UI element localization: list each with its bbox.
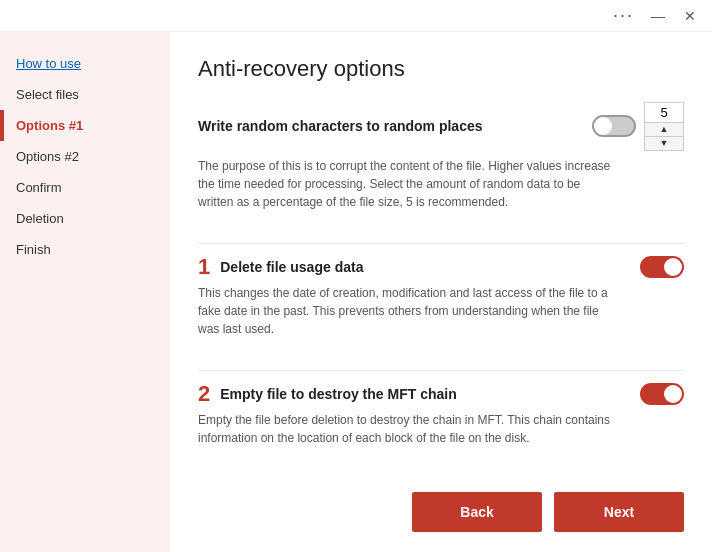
toggle-write-random-track: [592, 115, 636, 137]
minimize-button[interactable]: —: [644, 2, 672, 30]
toggle-delete-usage-thumb: [664, 258, 682, 276]
option-empty-file-number: 2: [198, 383, 210, 405]
divider-2: [198, 370, 684, 371]
titlebar-controls: ··· — ✕: [607, 2, 704, 30]
close-button[interactable]: ✕: [676, 2, 704, 30]
spinner-controls: ▲ ▼: [645, 123, 683, 150]
sidebar-item-select-files[interactable]: Select files: [0, 79, 170, 110]
spinner-up-button[interactable]: ▲: [645, 123, 683, 137]
option-write-random-title: Write random characters to random places: [198, 118, 483, 134]
toggle-delete-usage[interactable]: [640, 256, 684, 278]
sidebar-item-label: Confirm: [16, 180, 62, 195]
toggle-empty-file-track: [640, 383, 684, 405]
option-empty-file-desc: Empty the file before deletion to destro…: [198, 411, 618, 447]
sidebar-item-deletion[interactable]: Deletion: [0, 203, 170, 234]
divider-1: [198, 243, 684, 244]
page-title: Anti-recovery options: [198, 56, 684, 82]
toggle-delete-usage-track: [640, 256, 684, 278]
back-button[interactable]: Back: [412, 492, 542, 532]
toggle-write-random[interactable]: [592, 115, 636, 137]
spinner-down-button[interactable]: ▼: [645, 137, 683, 150]
sidebar-item-label: Deletion: [16, 211, 64, 226]
sidebar-item-options-1[interactable]: Options #1: [0, 110, 170, 141]
sidebar-item-finish[interactable]: Finish: [0, 234, 170, 265]
spinner-write-random: 5 ▲ ▼: [644, 102, 684, 151]
toggle-write-random-container: 5 ▲ ▼: [592, 102, 684, 151]
option-delete-usage: 1 Delete file usage data This changes th…: [198, 256, 684, 338]
more-options-icon[interactable]: ···: [607, 5, 640, 26]
option-empty-file-header: 2 Empty file to destroy the MFT chain: [198, 383, 684, 405]
content-area: Anti-recovery options Write random chara…: [170, 32, 712, 552]
option-empty-file-title: Empty file to destroy the MFT chain: [220, 386, 456, 402]
option-empty-file: 2 Empty file to destroy the MFT chain Em…: [198, 383, 684, 447]
option-write-random-header: Write random characters to random places…: [198, 102, 684, 151]
sidebar-item-how-to-use[interactable]: How to use: [0, 48, 170, 79]
option-delete-usage-header: 1 Delete file usage data: [198, 256, 684, 278]
option-write-random-desc: The purpose of this is to corrupt the co…: [198, 157, 618, 211]
main-layout: How to use Select files Options #1 Optio…: [0, 32, 712, 552]
titlebar: ··· — ✕: [0, 0, 712, 32]
sidebar-item-label: Options #2: [16, 149, 79, 164]
sidebar-item-label: Select files: [16, 87, 79, 102]
next-button[interactable]: Next: [554, 492, 684, 532]
option-write-random: Write random characters to random places…: [198, 102, 684, 211]
footer: Back Next: [198, 480, 684, 536]
sidebar-item-confirm[interactable]: Confirm: [0, 172, 170, 203]
sidebar: How to use Select files Options #1 Optio…: [0, 32, 170, 552]
option-empty-file-title-group: 2 Empty file to destroy the MFT chain: [198, 383, 457, 405]
toggle-empty-file-thumb: [664, 385, 682, 403]
option-delete-usage-title-group: 1 Delete file usage data: [198, 256, 363, 278]
spinner-value: 5: [645, 103, 683, 123]
sidebar-item-label: Finish: [16, 242, 51, 257]
how-to-use-link[interactable]: How to use: [16, 56, 81, 71]
sidebar-item-label: Options #1: [16, 118, 83, 133]
toggle-empty-file[interactable]: [640, 383, 684, 405]
option-delete-usage-number: 1: [198, 256, 210, 278]
sidebar-item-options-2[interactable]: Options #2: [0, 141, 170, 172]
option-delete-usage-desc: This changes the date of creation, modif…: [198, 284, 618, 338]
option-delete-usage-title: Delete file usage data: [220, 259, 363, 275]
toggle-write-random-thumb: [594, 117, 612, 135]
